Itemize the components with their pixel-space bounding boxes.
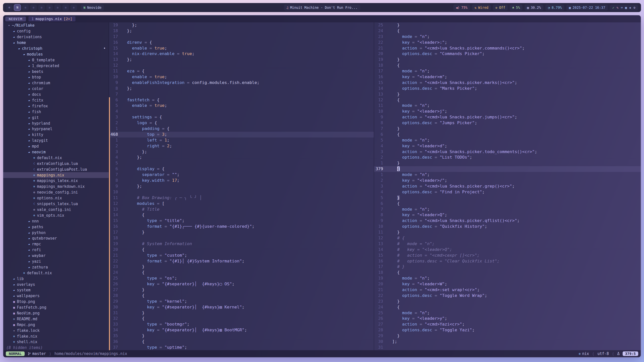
code-line[interactable]: 9 }; — [109, 184, 374, 189]
code-line[interactable]: 13 # Title — [109, 207, 374, 212]
tree-item-default.nix[interactable]: ❄default.nix — [3, 155, 109, 161]
active-window-chip[interactable]: N Neovide — [81, 5, 104, 11]
workspace-5[interactable]: ▫ — [38, 5, 45, 11]
code-line[interactable]: 2 right = 2; — [109, 143, 374, 149]
code-line[interactable]: 14 { — [109, 212, 374, 218]
code-line[interactable]: 25 } — [374, 22, 641, 28]
module-clock[interactable]: ▦2025-07-22 16:37 — [566, 5, 608, 11]
code-line[interactable]: 28 options.desc = "Toggle Yazi"; — [374, 327, 641, 333]
tree-item-waybar[interactable]: ▰waybar — [3, 253, 109, 259]
code-line[interactable]: 12 # { — [374, 235, 641, 241]
code-line[interactable]: 4 }; — [109, 155, 374, 160]
tree-item-0_template[interactable]: ▰0_template — [3, 57, 109, 63]
code-line[interactable]: 17 mode = "n"; — [374, 68, 641, 74]
tree-item-vale_config.ini[interactable]: ⚙vale_config.ini — [3, 207, 109, 213]
workspace-7[interactable]: ▫ — [54, 5, 61, 11]
editor-pane-left[interactable]: 19 };18 };1716 direnv = {15 enable = tru… — [109, 22, 374, 350]
code-line[interactable]: 9 enableFishIntegration = config.modules… — [109, 80, 374, 86]
tree-item-README.md[interactable]: ≡README.md — [3, 316, 109, 322]
code-line[interactable]: 21 action = "<cmd>lua Snacks.picker.comm… — [374, 46, 641, 51]
tree-item-rofi[interactable]: ▰rofi — [3, 247, 109, 253]
code-line[interactable]: 31 } — [109, 310, 374, 316]
code-line[interactable]: 7 } — [374, 126, 641, 132]
tree-item-lib[interactable]: ▰lib — [3, 276, 109, 282]
tree-item-home[interactable]: ▰home — [3, 40, 109, 46]
code-line[interactable]: 3 action = "<cmd>lua Snacks.picker.todo_… — [374, 149, 641, 155]
workspace-1[interactable]: ❄ — [6, 5, 13, 11]
code-line[interactable]: 468 top = 3; — [109, 132, 374, 138]
code-line[interactable]: 25 mode = "n"; — [374, 310, 641, 316]
tree-item-mappings_latex.nix[interactable]: ❄mappings_latex.nix — [3, 178, 109, 184]
tree-item-lazygit[interactable]: ▰lazygit — [3, 138, 109, 144]
code-line[interactable]: 15 action = "<cmd>lua Snacks.picker.mark… — [374, 80, 641, 86]
status-check-icon[interactable]: ✓ — [612, 6, 614, 10]
code-line[interactable]: 2 logo = { — [109, 120, 374, 126]
code-line[interactable]: 1 mode = "n"; — [374, 172, 641, 178]
code-line[interactable]: 18 — [109, 235, 374, 241]
code-line[interactable]: 35 } — [109, 333, 374, 339]
tree-item-paths[interactable]: ▰paths — [3, 224, 109, 230]
code-line[interactable]: 24 { — [374, 28, 641, 34]
code-line[interactable]: 11 eza = { — [109, 68, 374, 74]
code-line[interactable]: 9 action = "<cmd>lua Snacks.picker.qflis… — [374, 218, 641, 224]
tree-item-Btop.png[interactable]: ▦Btop.png — [3, 299, 109, 305]
code-line[interactable]: 4 — [109, 109, 374, 114]
code-line[interactable]: 1 } — [374, 160, 641, 166]
workspace-4[interactable]: ▫ — [30, 5, 37, 11]
code-line[interactable]: 8 }; — [109, 86, 374, 92]
code-line[interactable]: 13 # mode = "n"; — [374, 241, 641, 247]
code-line[interactable]: 33 type = "bootmgr"; — [109, 322, 374, 327]
code-line[interactable]: 20 { — [109, 247, 374, 253]
code-line[interactable]: 19 # System Information — [109, 241, 374, 247]
tree-item-fcitx[interactable]: ▰fcitx — [3, 98, 109, 103]
code-line[interactable]: 18 }; — [109, 28, 374, 34]
tree-item-hyprpanel[interactable]: ▰hyprpanel — [3, 126, 109, 132]
code-line[interactable]: 3 action = "<cmd>lua Snacks.picker.grep(… — [374, 184, 641, 189]
code-line[interactable]: 20 options.desc = "Commands Picker"; — [374, 51, 641, 57]
editor-pane-right[interactable]: 25 }24 {23 mode = "n";22 key = "<leader>… — [374, 22, 641, 350]
code-line[interactable]: 8 options.desc = "Jumps Picker"; — [374, 120, 641, 126]
tree-item-zathura[interactable]: ▰zathura — [3, 264, 109, 270]
tree-item-mappings.nix[interactable]: ❄mappings.nix — [3, 172, 109, 178]
tree-item-flake.lock[interactable]: ✦flake.lock — [3, 328, 109, 333]
code-line[interactable]: 3 settings = { — [109, 114, 374, 120]
code-line[interactable]: 32 { — [109, 316, 374, 322]
module-memory[interactable]: ▤30.2% — [525, 5, 543, 11]
code-line[interactable]: 17 } — [109, 230, 374, 235]
tree-item-fish[interactable]: ▰fish — [3, 109, 109, 115]
code-line[interactable]: 15 type = "title"; — [109, 218, 374, 224]
code-line[interactable]: 27 action = "<cmd>Yazi<cr>"; — [374, 322, 641, 327]
code-line[interactable]: 11 # Box Drawing: ╭ ─ ╮ ╰ ╯ │ — [109, 195, 374, 201]
code-line[interactable]: 19 }; — [109, 22, 374, 28]
tree-item-chromium[interactable]: ▰chromium — [3, 80, 109, 86]
tree-item-1_deprecated[interactable]: ▰1_deprecated — [3, 63, 109, 69]
code-line[interactable]: 31 — [374, 345, 641, 350]
code-line[interactable]: 5 mode = "n"; — [374, 138, 641, 143]
code-line[interactable]: 36 { — [109, 339, 374, 345]
tree-item-neovim[interactable]: ▰neovim — [3, 149, 109, 155]
code-line[interactable]: 19 mode = "n"; — [374, 276, 641, 281]
code-line[interactable]: 21 type = "custom"; — [109, 253, 374, 258]
tree-item-nnn[interactable]: ▰nnn — [3, 218, 109, 224]
tree-item-config[interactable]: ▰config — [3, 28, 109, 34]
code-line[interactable]: 4 options.desc = "Find in Project"; — [374, 189, 641, 195]
code-line[interactable]: 16 direnv = { — [109, 40, 374, 46]
code-line[interactable]: 26 key = "{#separator}│ {#keys}▢ OS"; — [109, 281, 374, 287]
tree-item-default.nix[interactable]: ❄default.nix — [3, 270, 109, 276]
module-network[interactable]: ⇅Wired — [472, 5, 491, 11]
tab-mappings-nix[interactable]: 1 mappings.nix [2+] — [28, 16, 75, 21]
tree-item-mappings_markdown.nix[interactable]: ❄mappings_markdown.nix — [3, 184, 109, 190]
code-line[interactable]: 22 format = "{#1}│ {#}System Information… — [109, 258, 374, 264]
module-cpu[interactable]: ◔8.79% — [545, 5, 564, 11]
code-line[interactable]: 19 } — [374, 57, 641, 63]
tree-item-wallpapers[interactable]: ▰wallpapers — [3, 293, 109, 299]
module-notifications[interactable]: ⊘Off — [493, 5, 508, 11]
code-line[interactable]: 18 { — [374, 270, 641, 276]
code-line[interactable]: 23 mode = "n"; — [374, 34, 641, 40]
code-line[interactable]: 6 { — [374, 132, 641, 138]
code-line[interactable]: 5 } — [374, 195, 641, 201]
code-line[interactable]: 12 { — [374, 97, 641, 103]
tree-item-hyprland[interactable]: ▰hyprland — [3, 120, 109, 126]
code-line[interactable]: 6 fastfetch = { — [109, 97, 374, 103]
code-line[interactable]: 23 } — [374, 299, 641, 304]
